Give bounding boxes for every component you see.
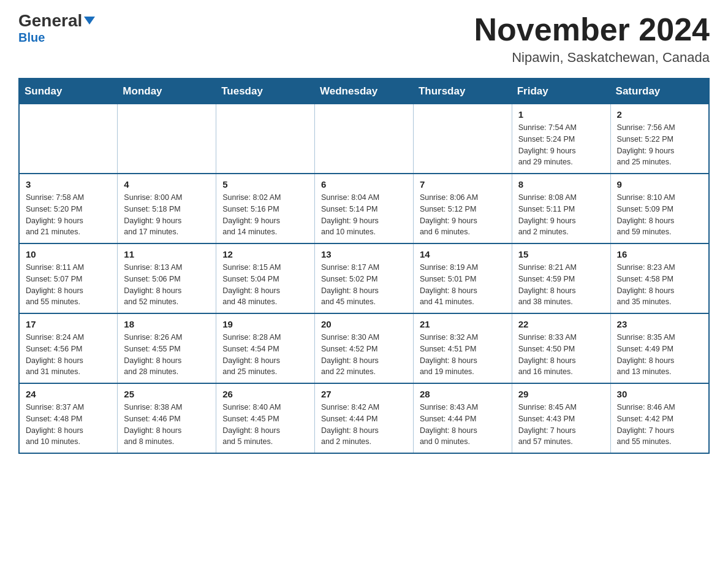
- calendar-cell: 10Sunrise: 8:11 AM Sunset: 5:07 PM Dayli…: [19, 243, 118, 313]
- calendar-cell: [118, 104, 216, 174]
- day-info: Sunrise: 8:00 AM Sunset: 5:18 PM Dayligh…: [124, 192, 210, 238]
- calendar-cell: 21Sunrise: 8:32 AM Sunset: 4:51 PM Dayli…: [413, 313, 512, 383]
- day-info: Sunrise: 8:04 AM Sunset: 5:14 PM Dayligh…: [321, 192, 407, 238]
- calendar-day-header: Monday: [118, 79, 216, 104]
- day-info: Sunrise: 8:17 AM Sunset: 5:02 PM Dayligh…: [321, 262, 407, 308]
- day-number: 2: [617, 109, 702, 120]
- calendar-cell: 20Sunrise: 8:30 AM Sunset: 4:52 PM Dayli…: [315, 313, 414, 383]
- day-info: Sunrise: 8:11 AM Sunset: 5:07 PM Dayligh…: [26, 262, 111, 308]
- day-number: 17: [26, 319, 111, 329]
- day-number: 12: [222, 249, 308, 259]
- day-info: Sunrise: 8:37 AM Sunset: 4:48 PM Dayligh…: [26, 402, 111, 448]
- calendar-cell: 17Sunrise: 8:24 AM Sunset: 4:56 PM Dayli…: [19, 313, 118, 383]
- day-info: Sunrise: 8:15 AM Sunset: 5:04 PM Dayligh…: [222, 262, 308, 308]
- day-info: Sunrise: 7:58 AM Sunset: 5:20 PM Dayligh…: [26, 192, 111, 238]
- calendar-week-row: 10Sunrise: 8:11 AM Sunset: 5:07 PM Dayli…: [19, 243, 709, 313]
- day-number: 5: [222, 179, 308, 190]
- calendar-cell: 18Sunrise: 8:26 AM Sunset: 4:55 PM Dayli…: [118, 313, 216, 383]
- calendar-header-row: SundayMondayTuesdayWednesdayThursdayFrid…: [19, 79, 709, 104]
- calendar-day-header: Friday: [512, 79, 610, 104]
- day-info: Sunrise: 7:56 AM Sunset: 5:22 PM Dayligh…: [617, 122, 702, 168]
- day-number: 6: [321, 179, 407, 190]
- day-number: 18: [124, 319, 210, 329]
- calendar-cell: [315, 104, 414, 174]
- calendar-cell: 19Sunrise: 8:28 AM Sunset: 4:54 PM Dayli…: [216, 313, 315, 383]
- calendar-cell: 25Sunrise: 8:38 AM Sunset: 4:46 PM Dayli…: [118, 383, 216, 453]
- logo-text: General: [18, 12, 95, 29]
- calendar-week-row: 24Sunrise: 8:37 AM Sunset: 4:48 PM Dayli…: [19, 383, 709, 453]
- logo-blue-text: Blue: [18, 31, 45, 45]
- day-number: 3: [26, 179, 111, 190]
- calendar-cell: 8Sunrise: 8:08 AM Sunset: 5:11 PM Daylig…: [512, 174, 610, 243]
- day-number: 27: [321, 389, 407, 399]
- page-header: General Blue November 2024 Nipawin, Sask…: [18, 12, 710, 66]
- calendar-cell: [19, 104, 118, 174]
- calendar-day-header: Saturday: [610, 79, 709, 104]
- day-number: 14: [420, 249, 506, 259]
- calendar-day-header: Sunday: [19, 79, 118, 104]
- calendar-cell: 30Sunrise: 8:46 AM Sunset: 4:42 PM Dayli…: [610, 383, 709, 453]
- location-text: Nipawin, Saskatchewan, Canada: [474, 50, 710, 66]
- calendar-cell: 13Sunrise: 8:17 AM Sunset: 5:02 PM Dayli…: [315, 243, 414, 313]
- day-info: Sunrise: 8:38 AM Sunset: 4:46 PM Dayligh…: [124, 402, 210, 448]
- day-info: Sunrise: 8:46 AM Sunset: 4:42 PM Dayligh…: [617, 402, 702, 448]
- calendar-cell: 3Sunrise: 7:58 AM Sunset: 5:20 PM Daylig…: [19, 174, 118, 243]
- calendar-cell: 27Sunrise: 8:42 AM Sunset: 4:44 PM Dayli…: [315, 383, 414, 453]
- calendar-cell: 29Sunrise: 8:45 AM Sunset: 4:43 PM Dayli…: [512, 383, 610, 453]
- day-number: 20: [321, 319, 407, 329]
- calendar-day-header: Wednesday: [315, 79, 414, 104]
- calendar-week-row: 17Sunrise: 8:24 AM Sunset: 4:56 PM Dayli…: [19, 313, 709, 383]
- day-number: 7: [420, 179, 506, 190]
- calendar-cell: 23Sunrise: 8:35 AM Sunset: 4:49 PM Dayli…: [610, 313, 709, 383]
- calendar-cell: 14Sunrise: 8:19 AM Sunset: 5:01 PM Dayli…: [413, 243, 512, 313]
- calendar-cell: 22Sunrise: 8:33 AM Sunset: 4:50 PM Dayli…: [512, 313, 610, 383]
- day-number: 26: [222, 389, 308, 399]
- day-number: 29: [518, 389, 604, 399]
- calendar-cell: [216, 104, 315, 174]
- day-number: 19: [222, 319, 308, 329]
- calendar-cell: 9Sunrise: 8:10 AM Sunset: 5:09 PM Daylig…: [610, 174, 709, 243]
- calendar-cell: 28Sunrise: 8:43 AM Sunset: 4:44 PM Dayli…: [413, 383, 512, 453]
- day-number: 15: [518, 249, 604, 259]
- day-info: Sunrise: 8:21 AM Sunset: 4:59 PM Dayligh…: [518, 262, 604, 308]
- calendar-cell: 1Sunrise: 7:54 AM Sunset: 5:24 PM Daylig…: [512, 104, 610, 174]
- calendar-cell: 5Sunrise: 8:02 AM Sunset: 5:16 PM Daylig…: [216, 174, 315, 243]
- day-number: 9: [617, 179, 702, 190]
- day-info: Sunrise: 8:43 AM Sunset: 4:44 PM Dayligh…: [420, 402, 506, 448]
- day-number: 25: [124, 389, 210, 399]
- day-number: 24: [26, 389, 111, 399]
- day-info: Sunrise: 8:08 AM Sunset: 5:11 PM Dayligh…: [518, 192, 604, 238]
- day-info: Sunrise: 8:02 AM Sunset: 5:16 PM Dayligh…: [222, 192, 308, 238]
- calendar-cell: 11Sunrise: 8:13 AM Sunset: 5:06 PM Dayli…: [118, 243, 216, 313]
- day-number: 4: [124, 179, 210, 190]
- month-title: November 2024: [474, 12, 710, 47]
- title-block: November 2024 Nipawin, Saskatchewan, Can…: [474, 12, 710, 66]
- calendar-day-header: Tuesday: [216, 79, 315, 104]
- day-info: Sunrise: 8:24 AM Sunset: 4:56 PM Dayligh…: [26, 332, 111, 378]
- day-info: Sunrise: 8:45 AM Sunset: 4:43 PM Dayligh…: [518, 402, 604, 448]
- calendar-cell: 15Sunrise: 8:21 AM Sunset: 4:59 PM Dayli…: [512, 243, 610, 313]
- day-info: Sunrise: 8:40 AM Sunset: 4:45 PM Dayligh…: [222, 402, 308, 448]
- calendar-table: SundayMondayTuesdayWednesdayThursdayFrid…: [18, 78, 710, 454]
- day-number: 23: [617, 319, 702, 329]
- calendar-cell: [413, 104, 512, 174]
- calendar-cell: 4Sunrise: 8:00 AM Sunset: 5:18 PM Daylig…: [118, 174, 216, 243]
- day-number: 11: [124, 249, 210, 259]
- day-info: Sunrise: 8:13 AM Sunset: 5:06 PM Dayligh…: [124, 262, 210, 308]
- day-number: 1: [518, 109, 604, 120]
- calendar-cell: 24Sunrise: 8:37 AM Sunset: 4:48 PM Dayli…: [19, 383, 118, 453]
- calendar-cell: 7Sunrise: 8:06 AM Sunset: 5:12 PM Daylig…: [413, 174, 512, 243]
- day-info: Sunrise: 8:28 AM Sunset: 4:54 PM Dayligh…: [222, 332, 308, 378]
- day-info: Sunrise: 8:30 AM Sunset: 4:52 PM Dayligh…: [321, 332, 407, 378]
- day-info: Sunrise: 8:32 AM Sunset: 4:51 PM Dayligh…: [420, 332, 506, 378]
- calendar-week-row: 1Sunrise: 7:54 AM Sunset: 5:24 PM Daylig…: [19, 104, 709, 174]
- day-info: Sunrise: 8:35 AM Sunset: 4:49 PM Dayligh…: [617, 332, 702, 378]
- calendar-day-header: Thursday: [413, 79, 512, 104]
- day-number: 28: [420, 389, 506, 399]
- day-info: Sunrise: 8:23 AM Sunset: 4:58 PM Dayligh…: [617, 262, 702, 308]
- day-info: Sunrise: 8:19 AM Sunset: 5:01 PM Dayligh…: [420, 262, 506, 308]
- day-number: 10: [26, 249, 111, 259]
- day-info: Sunrise: 8:42 AM Sunset: 4:44 PM Dayligh…: [321, 402, 407, 448]
- day-info: Sunrise: 8:26 AM Sunset: 4:55 PM Dayligh…: [124, 332, 210, 378]
- calendar-cell: 12Sunrise: 8:15 AM Sunset: 5:04 PM Dayli…: [216, 243, 315, 313]
